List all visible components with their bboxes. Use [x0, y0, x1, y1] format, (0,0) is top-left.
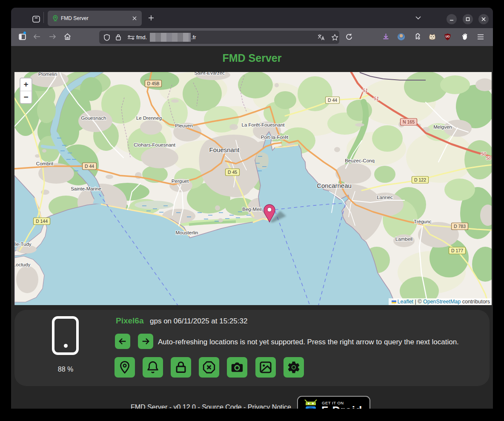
- svg-text:D 783: D 783: [454, 224, 466, 229]
- svg-text:Concarneau: Concarneau: [317, 182, 352, 189]
- svg-text:D 44: D 44: [328, 98, 337, 103]
- svg-text:D 44: D 44: [85, 164, 94, 169]
- svg-text:51: 51: [374, 96, 379, 101]
- svg-text:D 45B: D 45B: [147, 81, 159, 86]
- svg-text:Mousterlin: Mousterlin: [175, 230, 198, 235]
- svg-text:Perguet: Perguet: [172, 179, 189, 184]
- svg-text:UO: UO: [446, 35, 450, 38]
- svg-text:Lambell: Lambell: [395, 236, 412, 242]
- svg-text:La Forêt-Fouesnant: La Forêt-Fouesnant: [241, 122, 285, 127]
- svg-text:Combrit: Combrit: [36, 161, 54, 166]
- svg-text:Plomelin: Plomelin: [38, 72, 57, 77]
- svg-text:Beg-Meil: Beg-Meil: [242, 207, 261, 212]
- svg-text:Lanriec: Lanriec: [377, 195, 393, 200]
- svg-text:Clohars-Fouesnant: Clohars-Fouesnant: [134, 142, 176, 147]
- svg-text:Saint-Évarzec: Saint-Évarzec: [194, 72, 225, 75]
- svg-text:51: 51: [363, 88, 368, 93]
- svg-text:Sainte-Marine: Sainte-Marine: [71, 186, 101, 191]
- svg-text:D 144: D 144: [36, 219, 48, 224]
- svg-text:D 45: D 45: [228, 170, 237, 175]
- svg-text:D 122: D 122: [414, 177, 426, 182]
- svg-text:Beuzec-Conq: Beuzec-Conq: [345, 158, 375, 163]
- svg-text:Trégunc: Trégunc: [414, 219, 432, 224]
- svg-text:Melgven: Melgven: [433, 124, 452, 130]
- svg-text:N 165: N 165: [403, 119, 415, 124]
- svg-text:Gouesnach: Gouesnach: [81, 115, 106, 121]
- svg-text:Fouesnant: Fouesnant: [209, 146, 240, 153]
- svg-text:Île-Tudy: Île-Tudy: [14, 242, 32, 247]
- svg-text:50: 50: [486, 156, 492, 161]
- svg-text:Pleuven: Pleuven: [175, 123, 193, 128]
- svg-text:Port-la-Forêt: Port-la-Forêt: [261, 135, 289, 140]
- svg-text:D 177: D 177: [451, 248, 463, 253]
- svg-text:Le Drenneg: Le Drenneg: [136, 115, 162, 121]
- svg-text:Loctudy: Loctudy: [14, 262, 30, 267]
